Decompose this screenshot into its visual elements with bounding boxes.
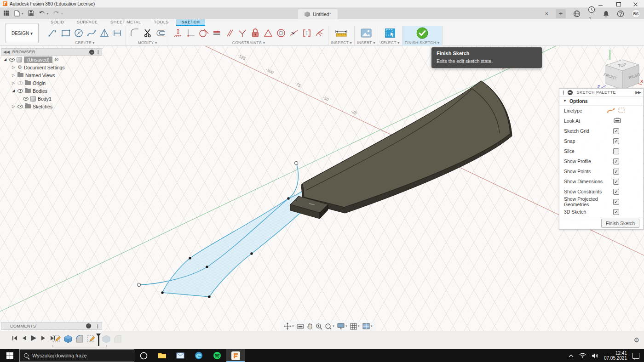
browser-header[interactable]: ◀◀ BROWSER ❙: [1, 48, 102, 56]
browser-row-bodies[interactable]: ◢ Bodies: [1, 87, 102, 95]
palette-options-icon[interactable]: [568, 90, 573, 95]
close-button[interactable]: [633, 1, 638, 7]
viewport-canvas[interactable]: -125 -100 -75 -50 -25 100: [0, 46, 644, 331]
group-modify-label[interactable]: MODIFY ▾: [128, 40, 167, 46]
timeline-sketch1-feature[interactable]: [52, 334, 62, 344]
curvature-constraint-icon[interactable]: [313, 27, 326, 40]
tab-surface[interactable]: SURFACE: [71, 19, 103, 26]
redo-icon[interactable]: [53, 11, 59, 17]
tab-tools[interactable]: TOOLS: [148, 19, 174, 26]
sketch-grid-checkbox[interactable]: ✓: [613, 128, 619, 134]
file-menu-icon[interactable]: [14, 10, 20, 17]
start-button[interactable]: [0, 349, 19, 362]
restore-button[interactable]: [615, 1, 621, 7]
midpoint-constraint-icon[interactable]: [300, 27, 313, 40]
browser-row-body1[interactable]: Body1: [1, 95, 102, 102]
browser-row-sketches[interactable]: ▷ Sketches: [1, 102, 102, 110]
perpendicular-constraint-icon[interactable]: [184, 27, 197, 40]
finish-sketch-button[interactable]: [414, 26, 430, 40]
visibility-eye-icon[interactable]: [17, 89, 23, 93]
finish-sketch-palette-button[interactable]: Finish Sketch: [601, 219, 639, 228]
viewports-icon[interactable]: ▼: [362, 322, 374, 330]
tray-chevron-icon[interactable]: [569, 354, 574, 357]
look-at-nav-icon[interactable]: [296, 323, 305, 330]
visibility-eye-icon[interactable]: [17, 105, 23, 108]
timeline-sketch2-feature[interactable]: [86, 334, 96, 344]
expand-icon[interactable]: ▷: [11, 81, 16, 85]
line-tool-icon[interactable]: [46, 27, 59, 40]
spline-tool-icon[interactable]: [85, 27, 98, 40]
zoom-icon[interactable]: [315, 322, 323, 330]
notifications-bell-icon[interactable]: [603, 10, 610, 17]
sketch-point[interactable]: [287, 197, 289, 199]
show-projected-geometries-checkbox[interactable]: ✓: [613, 199, 619, 205]
3d-sketch-checkbox[interactable]: ✓: [613, 209, 619, 215]
mail-button[interactable]: [171, 349, 190, 362]
expand-icon[interactable]: ▷: [11, 104, 16, 108]
timeline-play-icon[interactable]: [31, 335, 37, 341]
tab-sketch[interactable]: SKETCH: [176, 19, 205, 26]
horizontal-vertical-constraint-icon[interactable]: [262, 27, 274, 40]
rectangle-tool-icon[interactable]: [59, 27, 72, 40]
coincident-constraint-icon[interactable]: [236, 27, 248, 40]
sketch-dimension-icon[interactable]: [172, 27, 184, 40]
cortana-button[interactable]: [134, 349, 153, 362]
fix-constraint-icon[interactable]: [249, 27, 261, 40]
redo-caret-icon[interactable]: ▾: [61, 12, 63, 16]
polygon-tool-icon[interactable]: [98, 27, 110, 40]
trim-tool-icon[interactable]: [141, 27, 154, 40]
palette-grip-icon[interactable]: ❙: [562, 90, 565, 95]
timeline-suppressed-fillet-feature[interactable]: [113, 334, 123, 344]
clock[interactable]: 12:41 07.05.2021: [604, 351, 627, 361]
look-at-icon[interactable]: [614, 118, 621, 124]
viewcube[interactable]: Z X TOP FRONT RIGHT: [596, 46, 644, 92]
spline-endpoint[interactable]: [294, 161, 298, 164]
knife-body[interactable]: [290, 81, 512, 219]
sketch-point[interactable]: [161, 291, 163, 294]
browser-collapse-icon[interactable]: ◀◀: [3, 50, 10, 54]
comments-bar[interactable]: COMMENTS ❙: [1, 322, 102, 330]
undo-icon[interactable]: [39, 11, 45, 17]
user-avatar[interactable]: BS: [632, 9, 640, 18]
display-settings-icon[interactable]: ▼: [337, 322, 348, 330]
volume-icon[interactable]: [592, 353, 598, 359]
tab-sheet-metal[interactable]: SHEET METAL: [105, 19, 146, 26]
browser-row-root[interactable]: ◢ (Unsaved) ⊙: [1, 56, 102, 63]
display-caret-icon[interactable]: ▼: [345, 325, 348, 328]
timeline-position-marker[interactable]: [98, 334, 99, 346]
online-status-icon[interactable]: [573, 10, 581, 17]
root-document-label[interactable]: (Unsaved): [24, 57, 52, 63]
group-select-label[interactable]: SELECT ▾: [380, 40, 400, 46]
orbit-caret-icon[interactable]: ▼: [292, 325, 294, 328]
tab-solid[interactable]: SOLID: [45, 19, 69, 26]
visibility-eye-icon[interactable]: [23, 97, 29, 101]
viewports-caret-icon[interactable]: ▼: [370, 325, 373, 328]
show-points-checkbox[interactable]: ✓: [613, 169, 619, 175]
group-create-label[interactable]: CREATE ▾: [46, 40, 123, 46]
insert-image-icon[interactable]: [358, 26, 374, 40]
sketch-point[interactable]: [250, 252, 253, 255]
fillet-tool-icon[interactable]: [128, 27, 141, 40]
fit-icon[interactable]: ▼: [324, 322, 335, 330]
taskbar-search-input[interactable]: Wyszukaj dowolną frazę: [19, 349, 134, 362]
browser-grip-icon[interactable]: ❙: [96, 50, 100, 54]
save-icon[interactable]: [28, 10, 34, 17]
sketch-point[interactable]: [208, 295, 210, 298]
app-grid-menu-icon[interactable]: [4, 11, 10, 17]
timeline-suppressed-extrude-feature[interactable]: [101, 334, 111, 344]
palette-options-section[interactable]: ▼ Options: [559, 96, 643, 106]
visibility-eye-icon[interactable]: [17, 81, 23, 85]
concentric-constraint-icon[interactable]: [275, 27, 287, 40]
browser-item-label[interactable]: Bodies: [33, 88, 47, 94]
help-icon[interactable]: [617, 10, 624, 17]
browser-row-origin[interactable]: ▷ Origin: [1, 79, 102, 87]
edge-button[interactable]: [190, 349, 208, 362]
expand-icon[interactable]: ◢: [3, 57, 7, 62]
close-document-tab-icon[interactable]: ×: [545, 10, 548, 17]
linetype-construction-icon[interactable]: [618, 107, 625, 114]
timeline-fillet-feature[interactable]: [75, 334, 85, 344]
measure-tool-icon[interactable]: [334, 26, 349, 40]
browser-item-label[interactable]: Document Settings: [24, 65, 65, 70]
timeline-step-forward-icon[interactable]: [41, 335, 46, 341]
file-menu-caret-icon[interactable]: ▾: [22, 12, 23, 16]
